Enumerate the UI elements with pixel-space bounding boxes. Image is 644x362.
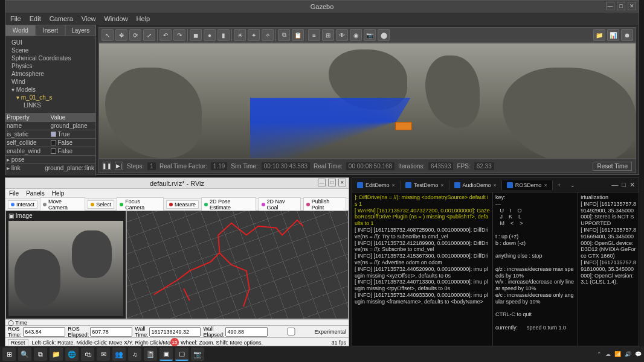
onenote-icon[interactable]: 📓 [144, 348, 157, 361]
start-icon[interactable]: ⊞ [2, 348, 16, 361]
terminal-pane-3[interactable]: irtualization [ INFO] [1617135757.891492… [578, 192, 639, 346]
close-tab-icon[interactable]: × [544, 182, 547, 188]
rviz-menu-help[interactable]: Help [52, 190, 65, 197]
gazebo-tab-layers[interactable]: Layers [65, 25, 95, 36]
tree-item[interactable]: Physics [8, 62, 93, 70]
tree-item[interactable]: GUI [8, 39, 93, 46]
checkbox-icon[interactable] [51, 140, 56, 145]
reset-time-button[interactable]: Reset Time [593, 162, 632, 171]
new-tab-button[interactable]: + [553, 182, 565, 188]
rviz-viewport[interactable] [126, 211, 349, 319]
rviz-reset-button[interactable]: Reset [8, 339, 28, 346]
gazebo-tab-world[interactable]: World [5, 25, 36, 36]
tree-item[interactable]: Scene [8, 46, 93, 54]
gazebo-menu-view[interactable]: View [82, 15, 96, 22]
notification-badge[interactable]: 15 [170, 338, 179, 346]
terminal-tab-editdemo[interactable]: EditDemo× [352, 180, 401, 190]
tray-cloud-icon[interactable]: ☁ [605, 351, 611, 357]
terminal-pane-1[interactable]: ]: DiffDrive(ns = //): missing <odometry… [352, 192, 493, 346]
tree-item-selected[interactable]: ▾ m_01_ch_s [8, 94, 93, 101]
undo-icon[interactable]: ↶ [159, 29, 172, 41]
prop-pose-key[interactable]: ▸ pose [7, 156, 51, 163]
close-tab-icon[interactable]: × [440, 182, 443, 188]
time-panel-header[interactable]: ◯ Time [5, 319, 349, 325]
gazebo-menu-camera[interactable]: Camera [50, 15, 73, 22]
rviz-max-icon[interactable]: □ [328, 179, 336, 186]
ros-elapsed-field[interactable] [90, 327, 132, 337]
checkbox-icon[interactable] [51, 132, 56, 137]
box-icon[interactable]: ◼ [190, 29, 202, 41]
light-dir-icon[interactable]: ✧ [262, 29, 274, 41]
prop-name-val[interactable]: ground_plane [51, 122, 95, 129]
step-icon[interactable]: ▶| [115, 162, 123, 170]
tree-item[interactable]: Wind [8, 78, 93, 86]
edge-icon[interactable]: 🌐 [65, 348, 79, 361]
tray-chevron-icon[interactable]: ⌃ [597, 351, 602, 357]
store-icon[interactable]: 🛍 [81, 348, 94, 361]
wall-time-field[interactable] [149, 327, 201, 337]
move-camera-button[interactable]: Move Camera [40, 197, 85, 212]
gazebo-titlebar[interactable]: Gazebo — □ ✕ [5, 1, 639, 13]
rviz-taskbar-icon[interactable]: ▢ [175, 348, 188, 361]
ros-time-field[interactable] [23, 327, 65, 337]
checkbox-icon[interactable] [51, 148, 56, 154]
terminal-pane-2[interactable]: key: --- U I O J K L M < > t : up (+z) b… [493, 192, 578, 346]
snap-icon[interactable]: ⊞ [322, 29, 334, 41]
terminal-tab-testdemo[interactable]: TestDemo× [401, 180, 449, 190]
light-spot-icon[interactable]: ✦ [248, 29, 260, 41]
record-icon[interactable]: ⏺ [621, 29, 633, 41]
pause-icon[interactable]: ❚❚ [103, 162, 111, 170]
paste-icon[interactable]: 📋 [292, 29, 304, 41]
tree-item-links[interactable]: LINKS [8, 101, 93, 109]
rviz-titlebar[interactable]: default.rviz* - RViz — □ ✕ [5, 178, 349, 189]
gazebo-close-icon[interactable]: ✕ [628, 2, 636, 10]
rviz-menu-file[interactable]: File [9, 190, 19, 197]
gazebo-viewport[interactable] [98, 43, 636, 159]
nav-goal-button[interactable]: 2D Nav Goal [259, 197, 301, 212]
measure-button[interactable]: Measure [166, 200, 199, 209]
log-icon[interactable]: ⬤ [378, 29, 390, 41]
gazebo-world-tree[interactable]: GUI Scene Spherical Coordinates Physics … [5, 36, 95, 112]
gazebo-tab-insert[interactable]: Insert [36, 25, 66, 36]
terminal-tab-rosdemo[interactable]: ROSDemo× [502, 180, 553, 190]
view-icon[interactable]: 👁 [336, 29, 348, 41]
prop-link-key[interactable]: ▸ link [7, 165, 45, 171]
gazebo-menu-edit[interactable]: Edit [30, 15, 41, 22]
copy-icon[interactable]: ⧉ [278, 29, 290, 41]
focus-camera-button[interactable]: Focus Camera [117, 197, 164, 212]
terminal-taskbar-icon[interactable]: ▣ [159, 348, 173, 361]
terminal-tab-audiodemo[interactable]: AudioDemo× [449, 180, 502, 190]
joint-icon[interactable]: ◉ [350, 29, 362, 41]
tray-volume-icon[interactable]: 🔊 [625, 351, 631, 357]
gazebo-menu-help[interactable]: Help [137, 15, 150, 22]
close-tab-icon[interactable]: × [392, 182, 395, 188]
spotify-icon[interactable]: ♫ [128, 348, 141, 361]
term-close-icon[interactable]: ✕ [630, 181, 635, 189]
sphere-icon[interactable]: ● [204, 29, 216, 41]
publish-point-button[interactable]: Publish Point [303, 197, 346, 212]
plot-icon[interactable]: 📊 [607, 29, 619, 41]
cylinder-icon[interactable]: ▮ [217, 29, 230, 41]
tree-item[interactable]: Atmosphere [8, 70, 93, 78]
steps-value[interactable]: 1 [147, 162, 156, 170]
gazebo-menu-file[interactable]: File [10, 15, 21, 22]
interact-button[interactable]: Interact [8, 200, 37, 209]
tab-dropdown-icon[interactable]: ⌄ [565, 182, 580, 188]
gazebo-min-icon[interactable]: — [606, 2, 614, 10]
scale-icon[interactable]: ⤢ [143, 29, 155, 41]
light-point-icon[interactable]: ☀ [234, 29, 246, 41]
tray-wifi-icon[interactable]: 📶 [614, 351, 621, 357]
pose-estimate-button[interactable]: 2D Pose Estimate [201, 197, 256, 212]
experimental-checkbox[interactable] [270, 328, 312, 335]
teams-icon[interactable]: 👥 [112, 348, 126, 361]
mail-icon[interactable]: ✉ [97, 348, 110, 361]
rviz-min-icon[interactable]: — [318, 179, 326, 186]
taskview-icon[interactable]: ⧉ [34, 348, 47, 361]
move-icon[interactable]: ✥ [115, 29, 127, 41]
search-icon[interactable]: 🔍 [18, 348, 31, 361]
redo-icon[interactable]: ↷ [173, 29, 185, 41]
pointer-icon[interactable]: ↖ [101, 29, 114, 41]
system-tray[interactable]: ⌃ ☁ 📶 🔊 💬 [597, 351, 642, 357]
gazebo-menu-window[interactable]: Window [104, 15, 127, 22]
wall-elapsed-field[interactable] [225, 327, 268, 337]
